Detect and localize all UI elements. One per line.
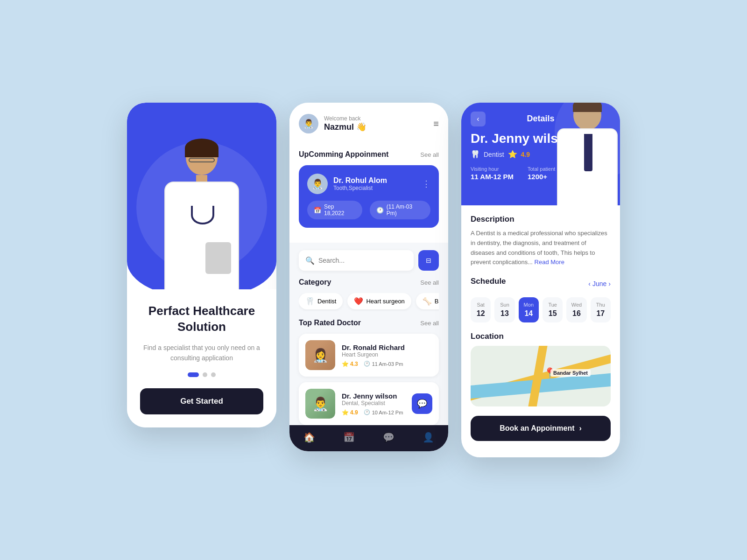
cal-tue-label: Tue <box>548 302 557 308</box>
cal-sun-label: Sun <box>500 302 509 308</box>
nav-calendar[interactable]: 📅 <box>343 432 355 443</box>
category-see-all[interactable]: See all <box>420 279 439 286</box>
appt-doctor-specialty: Tooth,Specialist <box>333 185 387 191</box>
nav-messages[interactable]: 💬 <box>383 432 395 443</box>
month-navigator[interactable]: ‹ June › <box>588 280 611 287</box>
top-doctors-title: Top Rated Doctor <box>299 319 361 327</box>
total-patient-label: Total patient <box>528 166 555 172</box>
home-nav-icon: 🏠 <box>303 432 315 443</box>
user-greeting: Welcome back Nazmul 👋 <box>324 115 366 132</box>
appt-date: 📅 Sep 18,2022 <box>307 201 362 219</box>
doctor-header-info: Dr. Jenny wilson 🦷 Dentist ⭐ 4.9 Visitin… <box>471 131 611 190</box>
doctor1-image: 👩‍⚕️ <box>305 340 335 370</box>
profile-nav-icon: 👤 <box>423 432 434 443</box>
dot-3[interactable] <box>211 372 216 377</box>
menu-icon[interactable]: ≡ <box>433 119 439 129</box>
filter-button[interactable]: ⊟ <box>418 250 439 271</box>
doctor-specialty-badge: Dentist <box>484 151 504 158</box>
bone-icon: 🦴 <box>423 297 432 306</box>
category-chips-list: 🦷 Dentist ❤️ Heart surgeon 🦴 Bone S <box>299 293 439 311</box>
doctor2-time: 🕐 10 Am-12 Pm <box>364 409 403 415</box>
home-screen: 👨‍⚕️ Welcome back Nazmul 👋 ≡ UpComming A… <box>289 103 448 451</box>
star-icon-2: ⭐ <box>342 409 349 416</box>
visiting-hour-pill: Visiting hour 11 AM-12 PM <box>471 166 514 181</box>
doctor2-info: Dr. Jenny wilson Dental, Specialist ⭐ 4.… <box>342 392 405 416</box>
bone-label: Bone S <box>435 298 439 305</box>
doctor2-avatar: 👨‍⚕️ <box>305 389 335 419</box>
month-prev-icon[interactable]: ‹ <box>588 280 591 287</box>
search-icon: 🔍 <box>305 256 315 265</box>
book-appointment-button[interactable]: Book an Appoinment › <box>471 416 611 441</box>
heart-icon: ❤️ <box>354 297 363 306</box>
read-more-link[interactable]: Read More <box>535 259 564 266</box>
doctor-card-2[interactable]: 👨‍⚕️ Dr. Jenny wilson Dental, Specialist… <box>299 382 439 425</box>
user-avatar: 👨‍⚕️ <box>299 114 318 133</box>
stethoscope-icon <box>191 206 214 224</box>
doctor-details-rating: 4.9 <box>521 151 530 158</box>
details-body: Description A Dentist is a medical profe… <box>461 205 620 457</box>
location-section: Location 📍 Bandar Sylhet <box>471 332 611 406</box>
bottom-navigation: 🏠 📅 💬 👤 <box>289 425 448 451</box>
doctor2-rating: ⭐ 4.9 <box>342 409 358 416</box>
cal-tue-num: 15 <box>549 309 557 318</box>
doctor1-specialty: Heart Surgeon <box>342 351 432 358</box>
upcoming-see-all[interactable]: See all <box>420 151 439 158</box>
month-next-icon[interactable]: › <box>608 280 611 287</box>
chat-button[interactable]: 💬 <box>412 393 432 414</box>
cal-day-tue[interactable]: Tue 15 <box>543 297 563 322</box>
appt-doctor-row: 👨‍⚕️ Dr. Rohul Alom Tooth,Specialist ⋮ <box>307 174 430 194</box>
appt-options-icon[interactable]: ⋮ <box>422 179 430 189</box>
get-started-button[interactable]: Get Started <box>140 388 263 414</box>
appt-doctor-avatar: 👨‍⚕️ <box>307 174 328 194</box>
description-section: Description A Dentist is a medical profe… <box>471 215 611 267</box>
doctor-details-name: Dr. Jenny wilson <box>471 131 611 146</box>
nav-profile[interactable]: 👤 <box>423 432 434 443</box>
rating-star-icon: ⭐ <box>508 150 517 159</box>
category-title: Category <box>299 278 331 287</box>
search-section: 🔍 ⊟ <box>289 243 448 278</box>
cal-day-thu[interactable]: Thu 17 <box>591 297 611 322</box>
pagination-dots <box>188 372 216 377</box>
category-chip-bone[interactable]: 🦴 Bone S <box>416 293 439 309</box>
category-chip-dentist[interactable]: 🦷 Dentist <box>299 293 343 309</box>
search-input[interactable] <box>318 257 407 264</box>
visiting-hour-value: 11 AM-12 PM <box>471 173 514 181</box>
onboarding-subtitle: Find a specialist that you only need on … <box>140 343 263 364</box>
screen1-hero <box>127 103 276 299</box>
dot-1[interactable] <box>188 372 199 377</box>
filter-icon: ⊟ <box>426 257 431 264</box>
dot-2[interactable] <box>203 372 207 377</box>
cal-day-sun[interactable]: Sun 13 <box>494 297 514 322</box>
cal-wed-label: Wed <box>571 302 582 308</box>
dentist-specialty-icon: 🦷 <box>471 150 480 159</box>
doctor-coat <box>164 182 239 294</box>
doctor-card-1[interactable]: 👩‍⚕️ Dr. Ronald Richard Heart Surgeon ⭐ … <box>299 334 439 377</box>
messages-nav-icon: 💬 <box>383 432 395 443</box>
cal-day-wed[interactable]: Wed 16 <box>566 297 586 322</box>
schedule-header: Schedule ‹ June › <box>471 277 611 291</box>
top-doctors-see-all[interactable]: See all <box>420 320 439 327</box>
clock-icon: 🕐 <box>376 207 384 214</box>
total-patient-value: 1200+ <box>528 173 555 181</box>
cal-day-mon[interactable]: Mon 14 <box>519 297 539 322</box>
cal-sun-num: 13 <box>500 309 509 318</box>
doctor2-name: Dr. Jenny wilson <box>342 392 405 400</box>
cal-day-sat[interactable]: Sat 12 <box>471 297 491 322</box>
header-user-info: 👨‍⚕️ Welcome back Nazmul 👋 <box>299 114 366 133</box>
user-name-label: Nazmul 👋 <box>324 122 366 132</box>
doctor1-rating: ⭐ 4.3 <box>342 361 358 367</box>
doctor3-hair <box>573 103 602 112</box>
back-button[interactable]: ‹ <box>471 112 486 126</box>
cal-mon-label: Mon <box>524 302 534 308</box>
appt-details-row: 📅 Sep 18,2022 🕐 (11 Am-03 Pm) <box>307 201 430 219</box>
nav-home[interactable]: 🏠 <box>303 432 315 443</box>
category-chip-heart[interactable]: ❤️ Heart surgeon <box>347 293 411 309</box>
welcome-label: Welcome back <box>324 115 366 122</box>
doctor2-rating-value: 4.9 <box>350 409 358 416</box>
doctor-glasses <box>189 158 215 162</box>
map-location-label: Bandar Sylhet <box>550 369 591 377</box>
appt-avatar-icon: 👨‍⚕️ <box>312 178 324 189</box>
search-input-wrapper[interactable]: 🔍 <box>299 250 414 271</box>
appt-doctor-details: Dr. Rohul Alom Tooth,Specialist <box>333 176 387 191</box>
doctor-info-pills: Visiting hour 11 AM-12 PM Total patient … <box>471 166 611 190</box>
